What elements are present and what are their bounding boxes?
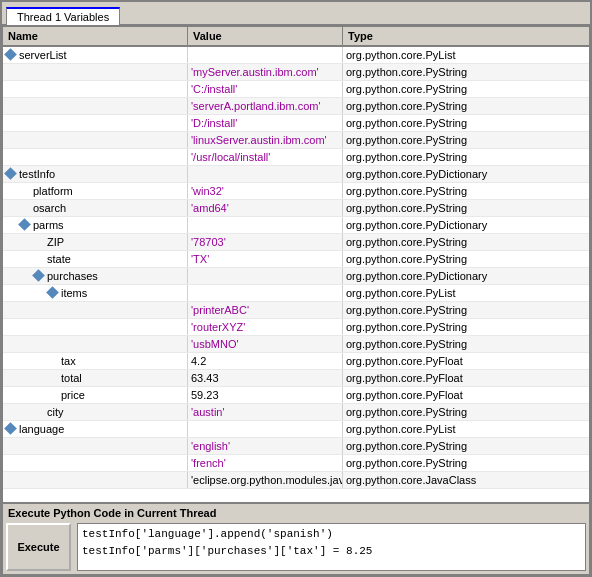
- execute-panel: Execute Python Code in Current Thread Ex…: [3, 502, 589, 574]
- variable-value: 'english': [191, 440, 230, 452]
- cell-type: org.python.core.PyString: [343, 234, 589, 250]
- cell-value: 'win32': [188, 183, 343, 199]
- variable-name: tax: [61, 355, 76, 367]
- cell-name: testInfo: [3, 166, 188, 182]
- cell-name: total: [3, 370, 188, 386]
- table-row[interactable]: itemsorg.python.core.PyList: [3, 285, 589, 302]
- variable-value: 'D:/install': [191, 117, 237, 129]
- cell-type: org.python.core.PyString: [343, 64, 589, 80]
- table-row[interactable]: 'routerXYZ'org.python.core.PyString: [3, 319, 589, 336]
- table-row[interactable]: total63.43org.python.core.PyFloat: [3, 370, 589, 387]
- variable-name: purchases: [47, 270, 98, 282]
- variable-type: org.python.core.PyFloat: [346, 372, 463, 384]
- table-row[interactable]: price59.23org.python.core.PyFloat: [3, 387, 589, 404]
- table-row[interactable]: 'D:/install'org.python.core.PyString: [3, 115, 589, 132]
- table-row[interactable]: ZIP'78703'org.python.core.PyString: [3, 234, 589, 251]
- variable-type: org.python.core.PyString: [346, 321, 467, 333]
- variable-type: org.python.core.PyString: [346, 117, 467, 129]
- table-row[interactable]: tax4.2org.python.core.PyFloat: [3, 353, 589, 370]
- table-row[interactable]: osarch'amd64'org.python.core.PyString: [3, 200, 589, 217]
- variable-type: org.python.core.PyString: [346, 406, 467, 418]
- table-row[interactable]: testInfoorg.python.core.PyDictionary: [3, 166, 589, 183]
- variable-value: '/usr/local/install': [191, 151, 270, 163]
- col-value-header: Value: [188, 27, 343, 45]
- cell-value: [188, 268, 343, 284]
- table-row[interactable]: 'serverA.portland.ibm.com'org.python.cor…: [3, 98, 589, 115]
- table-row[interactable]: 'C:/install'org.python.core.PyString: [3, 81, 589, 98]
- diamond-icon: [46, 286, 59, 299]
- diamond-icon: [4, 422, 17, 435]
- cell-value: 'french': [188, 455, 343, 471]
- variable-value: '78703': [191, 236, 226, 248]
- cell-type: org.python.core.PyList: [343, 421, 589, 437]
- table-row[interactable]: 'french'org.python.core.PyString: [3, 455, 589, 472]
- table-row[interactable]: 'myServer.austin.ibm.com'org.python.core…: [3, 64, 589, 81]
- table-row[interactable]: state'TX'org.python.core.PyString: [3, 251, 589, 268]
- variable-type: org.python.core.PyList: [346, 287, 455, 299]
- table-row[interactable]: 'english'org.python.core.PyString: [3, 438, 589, 455]
- variable-value: 'C:/install': [191, 83, 237, 95]
- variable-value: 'eclipse.org.python.modules.javaos...': [191, 474, 343, 486]
- cell-value: 4.2: [188, 353, 343, 369]
- cell-value: 'routerXYZ': [188, 319, 343, 335]
- variable-name: items: [61, 287, 87, 299]
- variable-type: org.python.core.PyList: [346, 49, 455, 61]
- variable-name: parms: [33, 219, 64, 231]
- table-row[interactable]: 'printerABC'org.python.core.PyString: [3, 302, 589, 319]
- code-textarea[interactable]: [77, 523, 586, 571]
- table-row[interactable]: '/usr/local/install'org.python.core.PySt…: [3, 149, 589, 166]
- variable-type: org.python.core.PyString: [346, 236, 467, 248]
- table-row[interactable]: languageorg.python.core.PyList: [3, 421, 589, 438]
- variable-value: 'printerABC': [191, 304, 249, 316]
- variable-value: 'austin': [191, 406, 225, 418]
- cell-value: 'english': [188, 438, 343, 454]
- table-row[interactable]: purchasesorg.python.core.PyDictionary: [3, 268, 589, 285]
- variable-name: language: [19, 423, 64, 435]
- cell-name: purchases: [3, 268, 188, 284]
- cell-name: [3, 81, 188, 97]
- cell-value: 'usbMNO': [188, 336, 343, 352]
- cell-type: org.python.core.PyList: [343, 47, 589, 63]
- variable-type: org.python.core.PyList: [346, 423, 455, 435]
- execute-button[interactable]: Execute: [6, 523, 71, 571]
- tab-thread-variables[interactable]: Thread 1 Variables: [6, 7, 120, 25]
- variable-type: org.python.core.PyString: [346, 134, 467, 146]
- tab-bar: Thread 1 Variables: [2, 2, 590, 26]
- table-row[interactable]: parmsorg.python.core.PyDictionary: [3, 217, 589, 234]
- cell-type: org.python.core.PyDictionary: [343, 217, 589, 233]
- table-row[interactable]: serverListorg.python.core.PyList: [3, 47, 589, 64]
- cell-type: org.python.core.PyString: [343, 336, 589, 352]
- cell-value: 'myServer.austin.ibm.com': [188, 64, 343, 80]
- cell-name: parms: [3, 217, 188, 233]
- cell-type: org.python.core.PyFloat: [343, 370, 589, 386]
- cell-value: [188, 217, 343, 233]
- cell-type: org.python.core.PyString: [343, 81, 589, 97]
- variable-name: platform: [33, 185, 73, 197]
- table-row[interactable]: platform'win32'org.python.core.PyString: [3, 183, 589, 200]
- variable-value: 'myServer.austin.ibm.com': [191, 66, 319, 78]
- col-type-header: Type: [343, 27, 589, 45]
- variable-type: org.python.core.PyString: [346, 202, 467, 214]
- table-row[interactable]: 'linuxServer.austin.ibm.com'org.python.c…: [3, 132, 589, 149]
- table-body[interactable]: serverListorg.python.core.PyList'myServe…: [3, 47, 589, 502]
- tab-label: Thread 1 Variables: [17, 11, 109, 23]
- cell-type: org.python.core.PyString: [343, 438, 589, 454]
- variable-type: org.python.core.PyString: [346, 66, 467, 78]
- execute-panel-title: Execute Python Code in Current Thread: [6, 507, 586, 519]
- cell-name: city: [3, 404, 188, 420]
- variable-type: org.python.core.PyDictionary: [346, 219, 487, 231]
- table-row[interactable]: 'eclipse.org.python.modules.javaos...'or…: [3, 472, 589, 489]
- variable-value: 'routerXYZ': [191, 321, 245, 333]
- cell-type: org.python.core.PyFloat: [343, 353, 589, 369]
- table-row[interactable]: city'austin'org.python.core.PyString: [3, 404, 589, 421]
- variable-type: org.python.core.PyDictionary: [346, 270, 487, 282]
- cell-value: 'linuxServer.austin.ibm.com': [188, 132, 343, 148]
- variable-value: 'win32': [191, 185, 224, 197]
- cell-value: 'D:/install': [188, 115, 343, 131]
- table-header: Name Value Type: [3, 27, 589, 47]
- cell-type: org.python.core.PyString: [343, 132, 589, 148]
- table-row[interactable]: 'usbMNO'org.python.core.PyString: [3, 336, 589, 353]
- cell-name: [3, 115, 188, 131]
- cell-value: [188, 166, 343, 182]
- cell-type: org.python.core.PyString: [343, 404, 589, 420]
